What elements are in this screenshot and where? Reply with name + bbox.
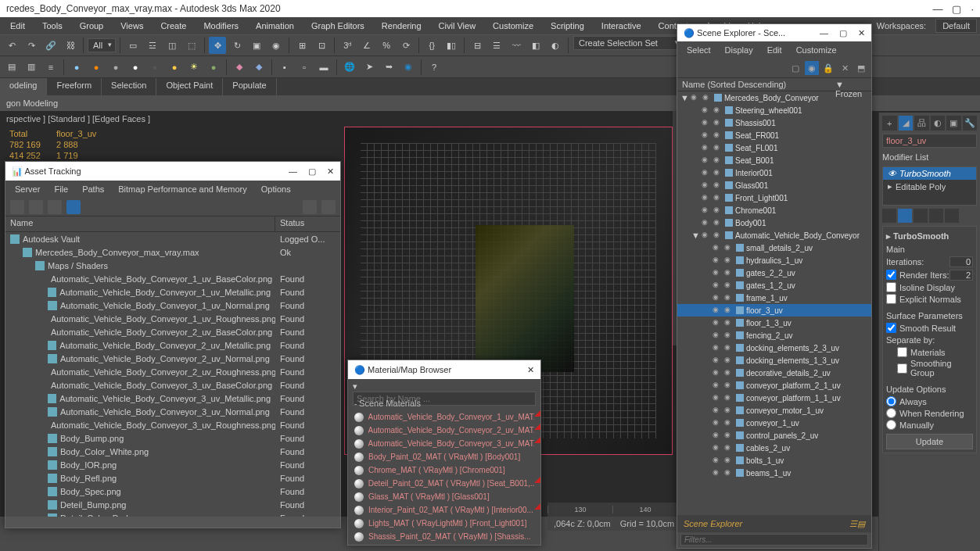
scene-close-button[interactable]: ✕: [858, 28, 865, 38]
visibility-icon[interactable]: ◉: [702, 143, 711, 152]
visibility-icon[interactable]: ◉: [702, 168, 711, 177]
menu-tools[interactable]: Tools: [35, 19, 70, 33]
asset-row[interactable]: Automatic_Vehicle_Body_Conveyor_2_uv_Met…: [5, 338, 340, 352]
menu-interactive[interactable]: Interactive: [594, 19, 648, 33]
menu-civil-view[interactable]: Civil View: [432, 19, 483, 33]
scene-menu-select[interactable]: Select: [680, 43, 717, 57]
freeze-icon[interactable]: ◉: [713, 181, 723, 190]
scene-node[interactable]: ◉◉docking_elements_2_3_uv: [677, 342, 871, 354]
selection-set-dropdown[interactable]: Create Selection Set: [573, 36, 683, 50]
visibility-icon[interactable]: ◉: [713, 293, 722, 302]
smoothing-groups-check[interactable]: [897, 363, 907, 374]
visibility-icon[interactable]: ◉: [713, 306, 722, 315]
visibility-icon[interactable]: ◉: [702, 206, 711, 215]
modifier-list-label[interactable]: Modifier List: [882, 151, 977, 163]
select-name-icon[interactable]: ☲: [144, 37, 161, 54]
visibility-icon[interactable]: ◉: [713, 468, 722, 478]
orb-dark-icon[interactable]: ●: [146, 59, 163, 76]
visibility-icon[interactable]: ◉: [713, 381, 722, 390]
point3-icon[interactable]: ▬: [315, 59, 332, 76]
scene-node[interactable]: ◉◉Interior001: [677, 166, 871, 179]
freeze-icon[interactable]: ◉: [713, 131, 723, 140]
freeze-icon[interactable]: ◉: [724, 243, 734, 252]
scene-node[interactable]: ◉◉conveyor_1_uv: [677, 417, 871, 429]
material-item[interactable]: Chrome_MAT ( VRayMtl ) [Chrome001]: [348, 463, 540, 477]
scene-node[interactable]: ◉◉Front_Light001: [677, 191, 871, 204]
vray-icon[interactable]: ◉: [400, 59, 417, 76]
selection-filter-dropdown[interactable]: All: [88, 38, 116, 52]
point-icon[interactable]: ▪: [276, 59, 293, 76]
visibility-icon[interactable]: ◉: [702, 118, 711, 127]
freeze-icon[interactable]: ◉: [713, 156, 723, 165]
help-icon[interactable]: ?: [425, 59, 443, 76]
scene-node[interactable]: ◉◉Steering_wheel001: [677, 104, 871, 116]
align-icon[interactable]: ⊟: [468, 37, 486, 54]
subtab-polygon-modeling[interactable]: gon Modeling: [6, 98, 58, 108]
visibility-icon[interactable]: ◉: [713, 356, 722, 365]
menu-edit[interactable]: Edit: [3, 19, 32, 33]
scene-node[interactable]: ◉◉Seat_FL001: [677, 141, 871, 154]
mod-pin-icon[interactable]: [882, 209, 896, 223]
scene-menu-display[interactable]: Display: [719, 43, 759, 57]
orb-sun-icon[interactable]: ☀: [185, 59, 203, 76]
freeze-icon[interactable]: ◉: [724, 406, 734, 415]
scene-node[interactable]: ◉◉control_panels_2_uv: [677, 429, 871, 442]
mat-close-button[interactable]: ✕: [527, 365, 534, 375]
menu-animation[interactable]: Animation: [249, 19, 301, 33]
render-iters-check[interactable]: [886, 270, 896, 280]
freeze-icon[interactable]: ◉: [702, 93, 712, 102]
isoline-check[interactable]: [886, 282, 896, 292]
tab-populate[interactable]: Populate: [223, 78, 276, 95]
asset-row[interactable]: Automatic_Vehicle_Body_Conveyor_1_uv_Nor…: [5, 299, 340, 312]
freeze-icon[interactable]: ◉: [724, 331, 734, 340]
scene-tool1-icon[interactable]: ☰: [849, 519, 857, 529]
scene-node[interactable]: ▼◉◉Mercedes_Body_Conveyor: [677, 91, 871, 104]
freeze-icon[interactable]: ◉: [724, 381, 734, 390]
asset-settings-icon[interactable]: [321, 200, 336, 214]
rotate-icon[interactable]: ↻: [228, 37, 246, 54]
scene-menu-customize[interactable]: Customize: [790, 43, 843, 57]
visibility-icon[interactable]: ◉: [713, 443, 722, 453]
scale-icon[interactable]: ▣: [248, 37, 265, 54]
asset-row[interactable]: Automatic_Vehicle_Body_Conveyor_2_uv_Rou…: [5, 365, 340, 378]
layer-explorer-icon[interactable]: ▥: [23, 59, 40, 76]
curve-editor-icon[interactable]: 〰: [508, 37, 525, 54]
asset-menu-bitmap[interactable]: Bitmap Performance and Memory: [112, 182, 253, 196]
asset-row[interactable]: Automatic_Vehicle_Body_Conveyor_1_uv_Met…: [5, 285, 340, 299]
menu-group[interactable]: Group: [73, 19, 111, 33]
freeze-icon[interactable]: ◉: [713, 193, 723, 202]
scene-min-button[interactable]: —: [820, 28, 828, 38]
freeze-icon[interactable]: ◉: [724, 393, 734, 403]
expand-icon[interactable]: ▼: [691, 231, 699, 240]
asset-menu-file[interactable]: File: [48, 182, 74, 196]
workspace-dropdown[interactable]: Default: [935, 19, 977, 33]
material-item[interactable]: Glass_MAT ( VRayMtl ) [Glass001]: [348, 490, 540, 503]
cmd-tab-motion-icon[interactable]: ◐: [931, 116, 946, 131]
scene-tool2-icon[interactable]: ▤: [857, 519, 865, 529]
scene-node[interactable]: ◉◉cables_2_uv: [677, 442, 871, 454]
menu-create[interactable]: Create: [153, 19, 193, 33]
move-icon[interactable]: ✥: [209, 37, 226, 54]
asset-close-button[interactable]: ✕: [327, 166, 334, 177]
scene-node[interactable]: ◉◉conveyor_motor_1_uv: [677, 404, 871, 417]
visibility-icon[interactable]: ◉: [713, 331, 722, 340]
mat-title-bar[interactable]: 🔵 Material/Map Browser ✕: [348, 360, 540, 379]
asset-refresh-icon[interactable]: [48, 200, 62, 214]
freeze-icon[interactable]: ◉: [713, 168, 723, 177]
freeze-icon[interactable]: ◉: [724, 281, 734, 290]
freeze-icon[interactable]: ◉: [713, 206, 723, 215]
visibility-icon[interactable]: ◉: [702, 156, 711, 165]
menu-graph-editors[interactable]: Graph Editors: [304, 19, 372, 33]
globe-icon[interactable]: 🌐: [341, 59, 358, 76]
asset-col-status[interactable]: Status: [275, 216, 340, 231]
mod-config-icon[interactable]: [945, 209, 959, 223]
asset-row[interactable]: Automatic_Vehicle_Body_Conveyor_3_uv_Met…: [5, 392, 340, 405]
freeze-icon[interactable]: ◉: [724, 306, 734, 315]
mod-show-icon[interactable]: [898, 209, 912, 223]
modifier-stack[interactable]: 👁 TurboSmooth ▸ Editable Poly: [882, 166, 977, 206]
scene-node[interactable]: ◉◉Seat_B001: [677, 154, 871, 166]
percent-snap-icon[interactable]: %: [378, 37, 395, 54]
freeze-icon[interactable]: ◉: [713, 143, 723, 152]
asset-row[interactable]: Deteil_Bump.pngFound: [5, 498, 340, 511]
menu-rendering[interactable]: Rendering: [375, 19, 429, 33]
